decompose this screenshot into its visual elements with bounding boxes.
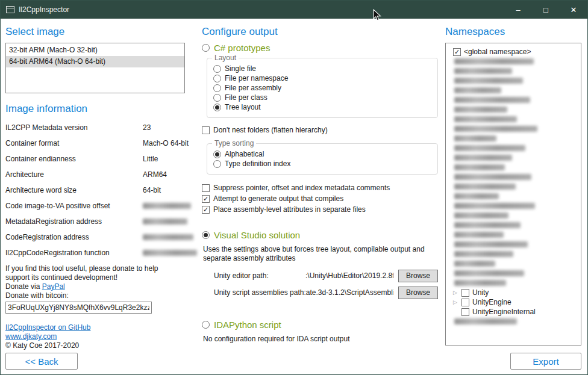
redacted-text bbox=[454, 97, 530, 103]
radio-csharp-prototypes[interactable]: C# prototypes bbox=[202, 43, 438, 53]
expander-icon[interactable]: ▷ bbox=[453, 297, 461, 307]
bitcoin-address-input[interactable] bbox=[5, 302, 152, 314]
image-listbox[interactable]: 32-bit ARM (Mach-O 32-bit)64-bit ARM64 (… bbox=[5, 43, 185, 93]
maximize-button[interactable]: □ bbox=[532, 1, 560, 19]
layout-option-file-per-namespace[interactable]: File per namespace bbox=[213, 74, 431, 82]
back-button[interactable]: << Back bbox=[5, 353, 78, 370]
namespace-item-redacted[interactable] bbox=[447, 240, 580, 249]
expander-icon[interactable]: ▷ bbox=[453, 288, 461, 297]
namespace-item-redacted[interactable] bbox=[447, 220, 580, 230]
namespace-item-redacted[interactable] bbox=[447, 134, 580, 143]
namespace-item[interactable]: ▷Unity bbox=[447, 288, 580, 297]
export-button[interactable]: Export bbox=[510, 353, 581, 370]
namespace-item-redacted[interactable] bbox=[447, 114, 580, 124]
layout-option-single-file[interactable]: Single file bbox=[213, 64, 431, 73]
sorting-options-group: AlphabeticalType definition index bbox=[213, 150, 431, 168]
namespace-item-redacted[interactable] bbox=[447, 76, 580, 85]
type-sorting-group-label: Type sorting bbox=[212, 139, 256, 147]
checkbox-icon[interactable]: ✓ bbox=[202, 195, 210, 203]
layout-options-group: Single fileFile per namespaceFile per as… bbox=[213, 64, 431, 111]
info-label: Architecture bbox=[5, 167, 143, 182]
redacted-text bbox=[454, 270, 524, 276]
info-value-redacted bbox=[143, 245, 197, 261]
image-list-item[interactable]: 32-bit ARM (Mach-O 32-bit) bbox=[6, 45, 184, 56]
info-label: Container format bbox=[5, 135, 143, 151]
option-label: File per class bbox=[225, 93, 267, 102]
namespace-item[interactable]: ✓<global namespace> bbox=[447, 47, 580, 57]
sorting-option-alphabetical[interactable]: Alphabetical bbox=[213, 150, 431, 158]
namespace-item-redacted[interactable] bbox=[447, 211, 580, 220]
namespace-item[interactable]: UnityEngineInternal bbox=[447, 307, 580, 317]
option-label: Place assembly-level attributes in separ… bbox=[213, 205, 366, 214]
image-info-table: IL2CPP Metadata version23Container forma… bbox=[5, 120, 185, 261]
namespace-checkbox[interactable] bbox=[461, 289, 469, 297]
donate-via-line: Donate via PayPal bbox=[5, 282, 185, 291]
checkbox-icon[interactable] bbox=[202, 184, 210, 192]
namespace-item-redacted[interactable] bbox=[447, 317, 580, 326]
checkbox-option-attempt-to-generate-output-that-compiles[interactable]: ✓Attempt to generate output that compile… bbox=[202, 194, 438, 203]
layout-option-file-per-class[interactable]: File per class bbox=[213, 93, 431, 102]
image-list-item[interactable]: 64-bit ARM64 (Mach-O 64-bit) bbox=[6, 56, 184, 67]
namespace-item-redacted[interactable] bbox=[447, 201, 580, 211]
github-link[interactable]: Il2CppInspector on GitHub bbox=[5, 323, 90, 332]
redacted-text bbox=[454, 155, 512, 161]
radio-icon bbox=[213, 160, 221, 168]
redacted-text bbox=[454, 145, 525, 151]
redacted-text bbox=[143, 218, 187, 225]
namespace-item-redacted[interactable] bbox=[447, 85, 580, 95]
option-label: Tree layout bbox=[225, 103, 261, 111]
namespace-item-redacted[interactable] bbox=[447, 143, 580, 153]
namespace-checkbox[interactable] bbox=[461, 299, 469, 306]
unity-script-assemblies-label: Unity script assemblies path: bbox=[214, 288, 306, 297]
namespace-item-redacted[interactable] bbox=[447, 259, 580, 268]
namespaces-panel: Namespaces ✓<global namespace>▷Unity▷Uni… bbox=[445, 23, 581, 370]
namespace-item-redacted[interactable] bbox=[447, 153, 580, 163]
browse-unity-editor-button[interactable]: Browse bbox=[398, 270, 438, 282]
links-block: Il2CppInspector on GitHub www.djkaty.com… bbox=[5, 323, 185, 350]
radio-visual-studio-solution[interactable]: Visual Studio solution bbox=[202, 230, 438, 240]
close-button[interactable]: ✕ bbox=[560, 1, 587, 19]
info-value-redacted bbox=[143, 229, 197, 245]
namespace-tree[interactable]: ✓<global namespace>▷Unity▷UnityEngineUni… bbox=[445, 43, 581, 346]
namespace-item[interactable]: ▷UnityEngine bbox=[447, 297, 580, 307]
checkbox-option-place-assembly-level-attributes-in-separate-files[interactable]: ✓Place assembly-level attributes in sepa… bbox=[202, 205, 438, 214]
layout-option-file-per-assembly[interactable]: File per assembly bbox=[213, 84, 431, 92]
csharp-prototypes-label: C# prototypes bbox=[214, 43, 270, 53]
namespace-item-redacted[interactable] bbox=[447, 268, 580, 278]
namespace-label: Unity bbox=[472, 288, 489, 297]
minimize-button[interactable]: – bbox=[504, 1, 532, 19]
paypal-link[interactable]: PayPal bbox=[42, 282, 65, 291]
namespace-item-redacted[interactable] bbox=[447, 172, 580, 182]
namespace-item-redacted[interactable] bbox=[447, 57, 580, 66]
namespace-checkbox[interactable]: ✓ bbox=[453, 48, 461, 56]
redacted-text bbox=[454, 87, 501, 93]
namespace-item-redacted[interactable] bbox=[447, 163, 580, 172]
browse-script-assemblies-button[interactable]: Browse bbox=[398, 287, 438, 299]
redacted-text bbox=[454, 126, 537, 132]
namespace-item-redacted[interactable] bbox=[447, 182, 580, 191]
sorting-option-type-definition-index[interactable]: Type definition index bbox=[213, 160, 431, 168]
namespace-item-redacted[interactable] bbox=[447, 105, 580, 114]
checkbox-icon[interactable]: ✓ bbox=[202, 206, 210, 214]
website-link[interactable]: www.djkaty.com bbox=[5, 332, 57, 341]
csharp-option-checkboxes: Suppress pointer, offset and index metad… bbox=[202, 183, 438, 214]
namespace-item-redacted[interactable] bbox=[447, 124, 580, 134]
redacted-text bbox=[143, 203, 191, 209]
checkbox-option-suppress-pointer-offset-and-index-metadata-comments[interactable]: Suppress pointer, offset and index metad… bbox=[202, 183, 438, 193]
namespace-item-redacted[interactable] bbox=[447, 249, 580, 259]
namespace-item-redacted[interactable] bbox=[447, 66, 580, 76]
window-content: Select image 32-bit ARM (Mach-O 32-bit)6… bbox=[1, 19, 587, 374]
layout-option-tree-layout[interactable]: Tree layout bbox=[213, 103, 431, 111]
checkbox-icon bbox=[202, 126, 210, 134]
layout-groupbox: Layout Single fileFile per namespaceFile… bbox=[207, 58, 438, 118]
checkbox-flatten-hierarchy[interactable]: Don't nest folders (flatten hierarchy) bbox=[202, 125, 438, 135]
info-value: 23 bbox=[143, 120, 197, 135]
namespace-item-redacted[interactable] bbox=[447, 95, 580, 105]
namespace-item-redacted[interactable] bbox=[447, 191, 580, 201]
namespace-item-redacted[interactable] bbox=[447, 278, 580, 288]
namespace-item-redacted[interactable] bbox=[447, 230, 580, 240]
configure-output-panel: Configure output C# prototypes Layout Si… bbox=[202, 23, 438, 370]
radio-idapython-script[interactable]: IDAPython script bbox=[202, 320, 438, 330]
info-label: Il2CppCodeRegistration function bbox=[5, 245, 143, 261]
namespace-checkbox[interactable] bbox=[461, 308, 469, 316]
